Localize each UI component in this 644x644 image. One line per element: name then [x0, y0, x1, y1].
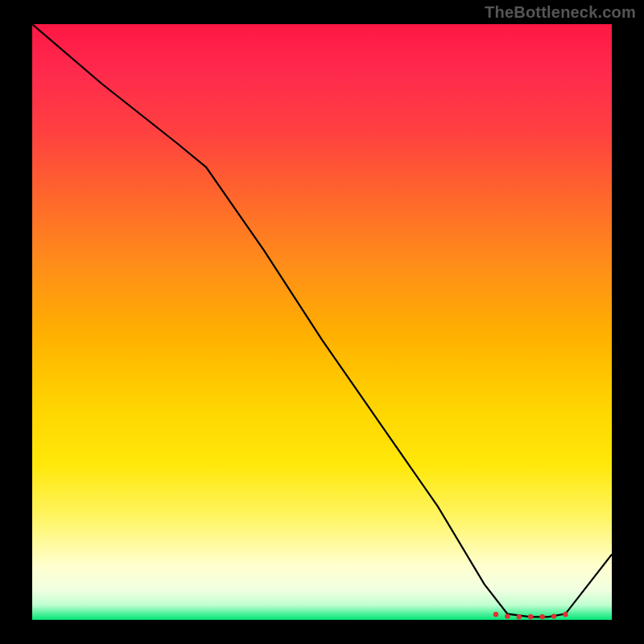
marker-dot	[563, 612, 568, 617]
marker-dot	[493, 612, 498, 617]
watermark-text: TheBottleneck.com	[485, 3, 636, 22]
plot-area	[32, 24, 612, 620]
marker-dot	[551, 613, 556, 618]
marker-dot	[528, 614, 533, 619]
curve-line	[32, 24, 612, 617]
marker-dot	[539, 614, 544, 619]
marker-dot	[517, 614, 522, 619]
marker-dot	[505, 613, 510, 618]
bottleneck-curve	[32, 24, 612, 620]
chart-frame: TheBottleneck.com	[0, 0, 644, 644]
